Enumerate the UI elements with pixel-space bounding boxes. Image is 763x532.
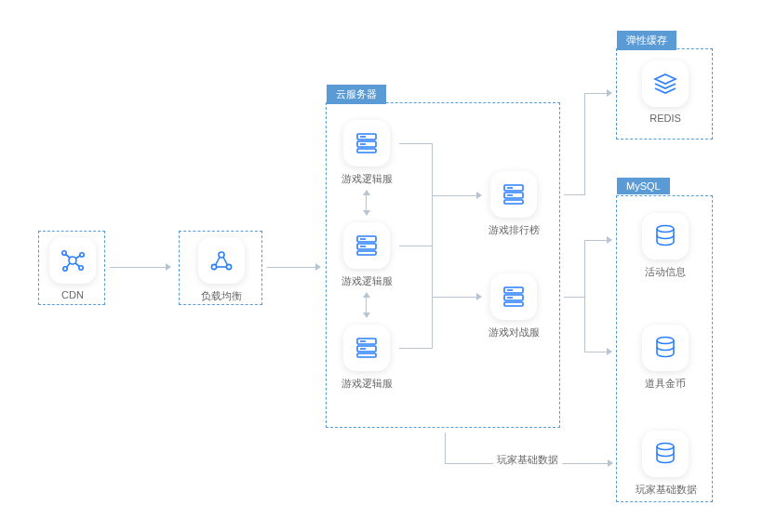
svg-line-7 [67, 263, 71, 268]
server-icon [490, 171, 537, 218]
arrow-lb-cloud [267, 267, 315, 268]
svg-line-6 [75, 256, 80, 259]
node-logic1-label: 游戏逻辑服 [338, 172, 395, 186]
server-icon [343, 222, 390, 269]
database-icon [642, 325, 689, 371]
arrow-player-data-head [608, 459, 613, 467]
svg-line-5 [66, 255, 71, 259]
svg-line-8 [75, 263, 80, 267]
arrow-cloud-redis-head [607, 89, 612, 97]
svg-point-9 [219, 252, 224, 258]
layers-icon [642, 60, 689, 107]
group-redis-title: 弹性缓存 [617, 31, 676, 50]
arrow-lb-cloud-head [315, 263, 321, 271]
server-icon [343, 120, 390, 166]
arrow-player-data [445, 432, 446, 463]
loadbalancer-icon [198, 237, 245, 284]
arrow-cdn-lb [110, 267, 166, 268]
arrow-cdn-lb-head [166, 263, 171, 271]
node-cdn-label: CDN [48, 289, 97, 300]
node-gold-label: 道具金币 [639, 377, 691, 391]
edge-player-label: 玩家基础数据 [493, 453, 562, 467]
svg-point-42 [657, 338, 674, 344]
svg-rect-32 [504, 200, 523, 204]
svg-rect-22 [357, 251, 376, 255]
svg-marker-40 [655, 74, 676, 84]
svg-rect-27 [357, 353, 376, 357]
arrow-cloud-redis [564, 194, 584, 195]
server-icon [490, 273, 537, 320]
node-logic3: 游戏逻辑服 [338, 325, 395, 391]
node-logic2: 游戏逻辑服 [338, 222, 395, 288]
svg-point-10 [211, 264, 216, 269]
group-cdn: CDN [38, 231, 105, 305]
group-cloud: 云服务器 游戏逻辑服 游戏逻辑服 游戏逻辑服 游戏排行榜 游戏对战服 [326, 102, 560, 428]
svg-point-11 [226, 264, 231, 269]
node-player-label: 玩家基础数据 [636, 483, 695, 497]
node-logic1: 游戏逻辑服 [338, 120, 395, 186]
svg-line-12 [216, 258, 221, 266]
node-lb: 负载均衡 [194, 237, 249, 303]
svg-point-43 [657, 444, 674, 450]
node-lb-label: 负载均衡 [194, 289, 249, 303]
node-act: 活动信息 [639, 213, 691, 279]
node-logic3-label: 游戏逻辑服 [338, 377, 395, 391]
group-cloud-title: 云服务器 [327, 85, 386, 104]
node-battle: 游戏对战服 [485, 273, 542, 339]
group-mysql: MySQL 活动信息 道具金币 玩家基础数据 [616, 195, 713, 502]
node-cdn: CDN [48, 237, 97, 300]
group-redis: 弹性缓存 REDIS [616, 48, 713, 140]
node-player: 玩家基础数据 [636, 431, 695, 497]
svg-rect-37 [504, 302, 523, 306]
node-battle-label: 游戏对战服 [485, 326, 542, 339]
network-icon [49, 237, 96, 284]
link-logic1-logic2 [366, 195, 367, 210]
link-logic2-logic3 [366, 298, 367, 313]
svg-rect-17 [357, 149, 376, 153]
svg-line-13 [223, 258, 228, 266]
server-icon [343, 325, 390, 371]
node-redis: REDIS [639, 60, 691, 124]
database-icon [642, 213, 689, 259]
node-logic2-label: 游戏逻辑服 [338, 274, 395, 288]
svg-point-41 [657, 226, 674, 233]
architecture-diagram: CDN 负载均衡 云服务器 游戏逻辑服 游戏逻辑服 游戏逻辑服 [0, 0, 763, 532]
node-act-label: 活动信息 [639, 265, 691, 279]
svg-point-2 [80, 253, 84, 257]
node-gold: 道具金币 [639, 325, 691, 391]
group-mysql-title: MySQL [617, 178, 670, 194]
node-redis-label: REDIS [639, 113, 691, 124]
group-lb: 负载均衡 [179, 231, 262, 305]
node-rank-label: 游戏排行榜 [485, 223, 542, 237]
database-icon [642, 431, 689, 477]
node-rank: 游戏排行榜 [485, 171, 542, 237]
